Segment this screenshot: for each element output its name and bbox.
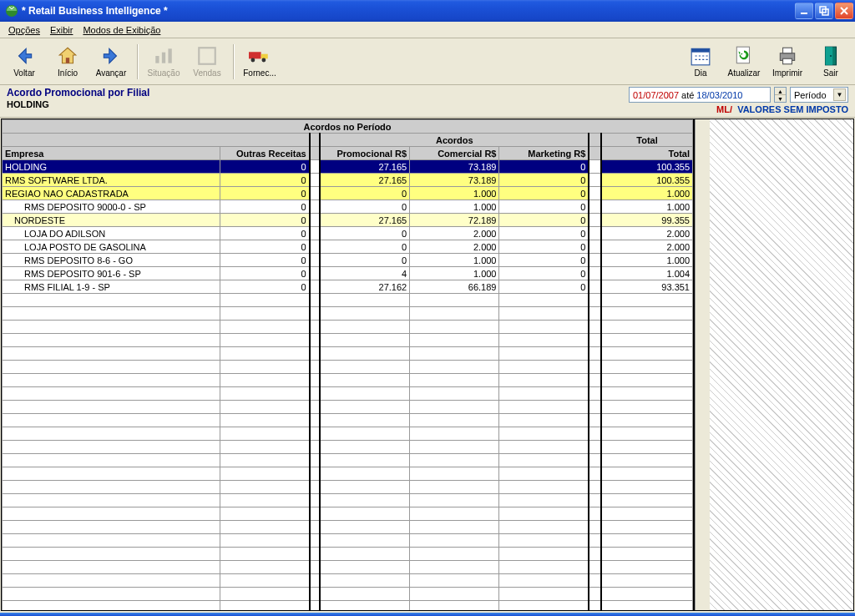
app-icon [5, 4, 18, 18]
toolbar: Voltar Início Avançar Situação Vendas Fo… [0, 38, 855, 85]
printer-icon [777, 45, 798, 67]
cell-outras: 0 [220, 254, 309, 267]
cell-outras: 0 [220, 240, 309, 254]
cell-marketing: 0 [499, 254, 589, 267]
cell-outras: 0 [220, 280, 309, 294]
calendar-icon [690, 45, 711, 67]
table-row-empty [3, 507, 693, 521]
table-row[interactable]: RMS SOFTWARE LTDA.027.16573.1890100.355 [3, 174, 693, 187]
home-button[interactable]: Início [48, 43, 87, 81]
table-row-empty [3, 321, 693, 334]
col-outras[interactable]: Outras Receitas [220, 147, 309, 160]
menubar: Opções Exibir Modos de Exibição [0, 22, 855, 38]
svg-rect-8 [199, 48, 215, 64]
cell-outras: 0 [220, 174, 309, 187]
data-table[interactable]: Acordos no Período Acordos Total Empresa… [2, 119, 693, 610]
table-row[interactable]: LOJA DO ADILSON002.00002.000 [3, 227, 693, 240]
table-row-empty [3, 361, 693, 374]
spin-down-icon[interactable]: ▼ [775, 95, 786, 102]
cell-outras: 0 [220, 267, 309, 280]
cell-marketing: 0 [499, 160, 589, 174]
cell-comercial: 1.000 [410, 254, 499, 267]
forward-button[interactable]: Avançar [92, 43, 130, 81]
table-row-empty [3, 427, 693, 441]
col-empresa[interactable]: Empresa [3, 147, 220, 160]
cell-promo: 27.165 [320, 160, 409, 174]
table-row[interactable]: RMS DEPOSITO 8-6 - GO001.00001.000 [3, 254, 693, 267]
refresh-icon [733, 45, 755, 67]
cell-marketing: 0 [499, 187, 589, 200]
cell-total: 99.355 [601, 214, 692, 227]
menu-modos[interactable]: Modos de Exibição [78, 23, 165, 37]
svg-rect-6 [162, 53, 165, 63]
cell-promo: 27.162 [320, 280, 409, 294]
table-row[interactable]: RMS DEPOSITO 901-6 - SP041.00001.004 [3, 267, 693, 280]
cell-promo: 27.165 [320, 174, 409, 187]
svg-rect-1 [801, 13, 807, 14]
imprimir-button[interactable]: Imprimir [768, 43, 807, 81]
col-promo[interactable]: Promocional R$ [320, 147, 409, 160]
cell-outras: 0 [220, 227, 309, 240]
cell-comercial: 1.000 [410, 267, 499, 280]
cell-outras: 0 [220, 214, 309, 227]
table-row-empty [3, 294, 693, 307]
vendas-button[interactable]: Vendas [188, 43, 226, 81]
titlebar: * Retail Business Intelligence * [0, 0, 855, 22]
chevron-down-icon: ▼ [833, 88, 846, 101]
fornecedores-button[interactable]: Fornec... [240, 43, 279, 81]
table-row-empty [3, 481, 693, 494]
date-range-field[interactable]: 01/07/2007 até 18/03/2010 [629, 87, 771, 103]
cell-total: 100.355 [601, 160, 692, 174]
chart-icon [153, 45, 175, 67]
col-marketing[interactable]: Marketing R$ [499, 147, 589, 160]
table-row[interactable]: LOJA POSTO DE GASOLINA002.00002.000 [3, 240, 693, 254]
col-total[interactable]: Total [601, 147, 692, 160]
cell-total: 93.351 [601, 280, 692, 294]
cell-total: 1.000 [601, 254, 692, 267]
situacao-button[interactable]: Situação [144, 43, 183, 81]
back-button[interactable]: Voltar [5, 43, 43, 81]
vertical-scrollbar[interactable] [695, 119, 710, 610]
table-row[interactable]: REGIAO NAO CADASTRADA001.00001.000 [3, 187, 693, 200]
table-row-empty [3, 574, 693, 588]
svg-rect-14 [691, 48, 710, 52]
cell-marketing: 0 [499, 267, 589, 280]
minimize-button[interactable] [795, 3, 813, 19]
maximize-button[interactable] [815, 3, 833, 19]
period-dropdown[interactable]: Período ▼ [790, 87, 848, 103]
cell-empresa: RMS FILIAL 1-9 - SP [3, 280, 220, 294]
table-row[interactable]: HOLDING027.16573.1890100.355 [3, 160, 693, 174]
cell-empresa: NORDESTE [3, 214, 220, 227]
window-title: * Retail Business Intelligence * [22, 5, 795, 17]
atualizar-button[interactable]: Atualizar [725, 43, 763, 81]
cell-total: 2.000 [601, 240, 692, 254]
cell-comercial: 1.000 [410, 187, 499, 200]
dia-button[interactable]: Dia [681, 43, 720, 81]
cell-comercial: 2.000 [410, 227, 499, 240]
spin-up-icon[interactable]: ▲ [775, 88, 786, 95]
cell-comercial: 73.189 [410, 160, 499, 174]
sair-button[interactable]: Sair [812, 43, 850, 81]
svg-point-12 [261, 58, 266, 62]
table-row[interactable]: RMS DEPOSITO 9000-0 - SP001.00001.000 [3, 200, 693, 214]
date-spinner[interactable]: ▲▼ [774, 87, 787, 103]
close-button[interactable] [835, 3, 853, 19]
table-row[interactable]: NORDESTE027.16572.189099.355 [3, 214, 693, 227]
cell-empresa: LOJA POSTO DE GASOLINA [3, 240, 220, 254]
menu-exibir[interactable]: Exibir [45, 23, 78, 37]
report-header: Acordo Promocional por Filial HOLDING 01… [0, 85, 855, 118]
menu-opcoes[interactable]: Opções [3, 23, 45, 37]
table-row-empty [3, 414, 693, 427]
col-comercial[interactable]: Comercial R$ [410, 147, 499, 160]
svg-rect-18 [783, 58, 792, 64]
group-acordos: Acordos [320, 134, 589, 147]
table-row-empty [3, 401, 693, 414]
cell-marketing: 0 [499, 227, 589, 240]
cell-empresa: RMS SOFTWARE LTDA. [3, 174, 220, 187]
svg-point-21 [830, 55, 832, 57]
table-row[interactable]: RMS FILIAL 1-9 - SP027.16266.189093.351 [3, 280, 693, 294]
table-row-empty [3, 588, 693, 601]
cell-empresa: RMS DEPOSITO 901-6 - SP [3, 267, 220, 280]
table-row-empty [3, 387, 693, 401]
cell-promo: 0 [320, 240, 409, 254]
